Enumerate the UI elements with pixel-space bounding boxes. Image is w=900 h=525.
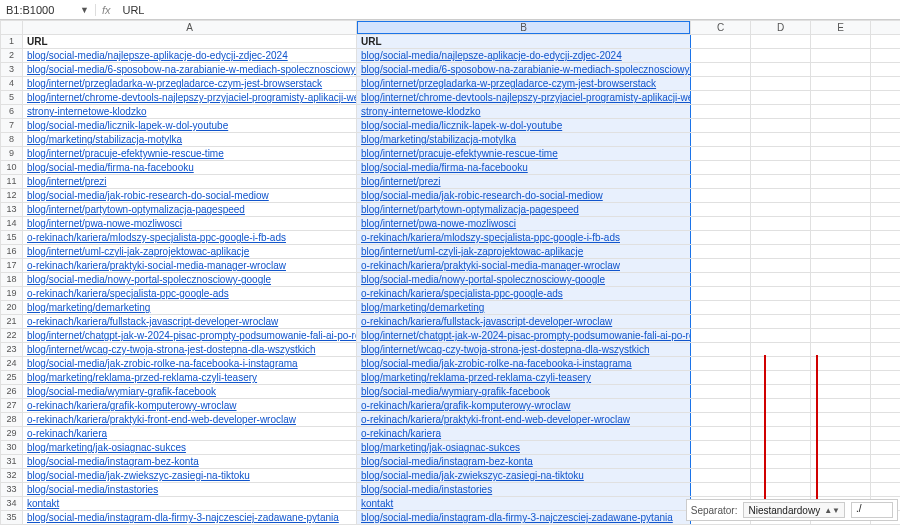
empty-cell[interactable] [751, 343, 811, 357]
cell-link[interactable]: blog/internet/pracuje-efektywnie-rescue-… [23, 147, 357, 161]
cell-link[interactable]: blog/social-media/instagram-bez-konta [23, 455, 357, 469]
header-cell[interactable]: URL [357, 35, 691, 49]
row-header[interactable]: 14 [1, 217, 23, 231]
row-header[interactable]: 3 [1, 63, 23, 77]
empty-cell[interactable] [871, 91, 901, 105]
empty-cell[interactable] [691, 385, 751, 399]
empty-cell[interactable] [751, 287, 811, 301]
cell-link[interactable]: strony-internetowe-klodzko [357, 105, 691, 119]
row-header[interactable]: 23 [1, 343, 23, 357]
empty-cell[interactable] [691, 119, 751, 133]
empty-cell[interactable] [811, 77, 871, 91]
empty-cell[interactable] [811, 161, 871, 175]
cell-link[interactable]: o-rekinach/kariera/fullstack-javascript-… [23, 315, 357, 329]
empty-cell[interactable] [691, 217, 751, 231]
row-header[interactable]: 16 [1, 245, 23, 259]
empty-cell[interactable] [871, 105, 901, 119]
cell-link[interactable]: blog/social-media/wymiary-grafik-faceboo… [357, 385, 691, 399]
empty-cell[interactable] [691, 287, 751, 301]
cell-link[interactable]: blog/internet/przegladarka-w-przegladarc… [23, 77, 357, 91]
row-header[interactable]: 32 [1, 469, 23, 483]
cell-link[interactable]: blog/social-media/instastories [357, 483, 691, 497]
empty-cell[interactable] [751, 63, 811, 77]
empty-cell[interactable] [691, 455, 751, 469]
row-header[interactable]: 27 [1, 399, 23, 413]
cell-link[interactable]: blog/social-media/jak-zwiekszyc-zasiegi-… [357, 469, 691, 483]
cell-link[interactable]: blog/marketing/demarketing [23, 301, 357, 315]
empty-cell[interactable] [871, 287, 901, 301]
row-header[interactable]: 6 [1, 105, 23, 119]
empty-cell[interactable] [751, 483, 811, 497]
row-header[interactable]: 13 [1, 203, 23, 217]
empty-cell[interactable] [691, 49, 751, 63]
empty-cell[interactable] [691, 399, 751, 413]
row-header[interactable]: 4 [1, 77, 23, 91]
cell-link[interactable]: blog/internet/prezi [357, 175, 691, 189]
empty-cell[interactable] [811, 175, 871, 189]
empty-cell[interactable] [751, 455, 811, 469]
empty-cell[interactable] [691, 469, 751, 483]
empty-cell[interactable] [871, 133, 901, 147]
empty-cell[interactable] [811, 63, 871, 77]
cell-link[interactable]: o-rekinach/kariera/mlodszy-specjalista-p… [357, 231, 691, 245]
empty-cell[interactable] [691, 147, 751, 161]
empty-cell[interactable] [751, 469, 811, 483]
empty-cell[interactable] [811, 315, 871, 329]
empty-cell[interactable] [751, 119, 811, 133]
col-header-a[interactable]: A [23, 21, 357, 35]
row-header[interactable]: 10 [1, 161, 23, 175]
empty-cell[interactable] [751, 161, 811, 175]
empty-cell[interactable] [751, 147, 811, 161]
empty-cell[interactable] [871, 77, 901, 91]
empty-cell[interactable] [691, 91, 751, 105]
row-header[interactable]: 29 [1, 427, 23, 441]
cell-link[interactable]: o-rekinach/kariera/praktyki-social-media… [357, 259, 691, 273]
empty-cell[interactable] [691, 161, 751, 175]
empty-cell[interactable] [691, 133, 751, 147]
cell-link[interactable]: blog/social-media/nowy-portal-spolecznos… [23, 273, 357, 287]
empty-cell[interactable] [751, 259, 811, 273]
empty-cell[interactable] [691, 105, 751, 119]
cell-link[interactable]: blog/marketing/reklama-przed-reklama-czy… [23, 371, 357, 385]
row-header[interactable]: 22 [1, 329, 23, 343]
empty-cell[interactable] [811, 133, 871, 147]
cell-link[interactable]: blog/social-media/jak-zrobic-rolke-na-fa… [23, 357, 357, 371]
cell-link[interactable]: o-rekinach/kariera/grafik-komputerowy-wr… [357, 399, 691, 413]
empty-cell[interactable] [811, 147, 871, 161]
empty-cell[interactable] [871, 301, 901, 315]
empty-cell[interactable] [751, 273, 811, 287]
cell-link[interactable]: blog/marketing/stabilizacja-motylka [357, 133, 691, 147]
empty-cell[interactable] [811, 329, 871, 343]
empty-cell[interactable] [811, 231, 871, 245]
row-header[interactable]: 31 [1, 455, 23, 469]
name-box-dropdown-icon[interactable]: ▼ [80, 5, 95, 15]
cell-link[interactable]: blog/social-media/instagram-dla-firmy-3-… [23, 511, 357, 525]
empty-cell[interactable] [871, 455, 901, 469]
empty-cell[interactable] [871, 63, 901, 77]
row-header[interactable]: 35 [1, 511, 23, 525]
empty-cell[interactable] [691, 35, 751, 49]
row-header[interactable]: 1 [1, 35, 23, 49]
cell-link[interactable]: blog/social-media/nowy-portal-spolecznos… [357, 273, 691, 287]
cell-link[interactable]: blog/marketing/stabilizacja-motylka [23, 133, 357, 147]
empty-cell[interactable] [691, 301, 751, 315]
row-header[interactable]: 5 [1, 91, 23, 105]
row-header[interactable]: 12 [1, 189, 23, 203]
empty-cell[interactable] [811, 455, 871, 469]
empty-cell[interactable] [871, 357, 901, 371]
separator-custom-input[interactable]: ./ [851, 502, 893, 518]
cell-link[interactable]: blog/marketing/reklama-przed-reklama-czy… [357, 371, 691, 385]
empty-cell[interactable] [751, 133, 811, 147]
empty-cell[interactable] [811, 259, 871, 273]
empty-cell[interactable] [751, 385, 811, 399]
cell-link[interactable]: blog/social-media/jak-robic-research-do-… [23, 189, 357, 203]
empty-cell[interactable] [691, 273, 751, 287]
empty-cell[interactable] [751, 175, 811, 189]
empty-cell[interactable] [751, 77, 811, 91]
cell-link[interactable]: blog/social-media/instastories [23, 483, 357, 497]
empty-cell[interactable] [871, 245, 901, 259]
cell-link[interactable]: blog/social-media/6-sposobow-na-zarabian… [23, 63, 357, 77]
empty-cell[interactable] [691, 441, 751, 455]
cell-link[interactable]: blog/internet/pracuje-efektywnie-rescue-… [357, 147, 691, 161]
row-header[interactable]: 33 [1, 483, 23, 497]
